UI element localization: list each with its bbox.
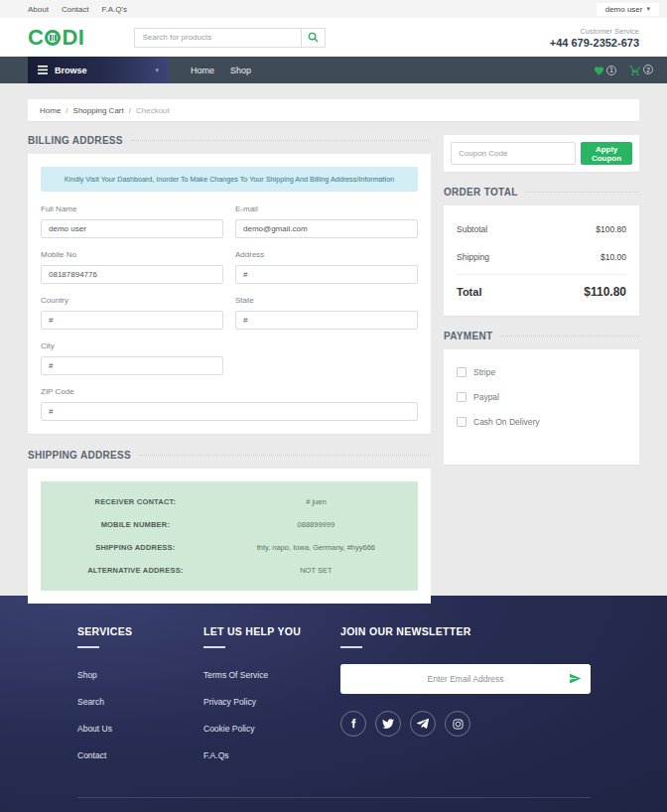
shipping-info-box: RECEIVER CONTACT: # juen MOBILE NUMBER: … [41,481,418,591]
telegram-icon[interactable] [410,711,436,737]
state-input[interactable] [235,311,418,330]
breadcrumb-separator: / [66,106,67,115]
billing-column: BILLING ADDRESS Kindly Visit Your Dashbo… [28,135,431,604]
shipping-cost-label: Shipping [457,252,489,262]
breadcrumb-shopping-cart[interactable]: Shopping Cart [73,106,124,115]
cod-checkbox[interactable] [457,417,467,427]
full-name-input[interactable] [41,219,223,238]
footer-link-terms[interactable]: Terms Of Service [203,670,268,680]
nav-link-shop[interactable]: Shop [230,66,251,75]
chevron-down-icon: ▾ [155,67,159,74]
billing-notice: Kindly Visit Your Dashboard, Inorder To … [41,167,418,192]
cart-icon [629,65,641,75]
cart-button[interactable]: 2 [629,65,653,75]
user-menu-dropdown[interactable]: demo user ▾ [597,3,659,16]
twitter-icon[interactable] [375,711,401,737]
field-city: City [41,341,223,375]
wishlist-count-badge: 1 [606,66,616,75]
heart-icon [594,66,604,75]
address-label: Address [235,250,418,259]
newsletter-heading: JOIN OUR NEWSLETTER [340,625,591,637]
social-links [340,711,591,737]
footer-link-privacy[interactable]: Privacy Policy [203,697,256,707]
alternative-address-label: ALTERNATIVE ADDRESS: [49,566,222,575]
order-column: Apply Coupon ORDER TOTAL Subtotal $100.8… [444,135,639,604]
field-email: E-mail [235,204,418,238]
breadcrumb-separator: / [129,106,131,115]
coupon-code-input[interactable] [451,142,576,165]
facebook-icon[interactable] [340,711,366,737]
state-label: State [235,296,418,305]
email-input[interactable] [235,219,418,238]
order-total-card: Subtotal $100.80 Shipping $10.00 Total $… [444,205,639,316]
field-mobile: Mobile No [41,250,223,284]
wishlist-button[interactable]: 1 [594,66,616,75]
subtotal-label: Subtotal [457,224,487,234]
payment-section-heading: PAYMENT [444,331,639,341]
nav-links: Home Shop [191,57,251,83]
cod-label: Cash On Delivery [473,417,540,427]
footer: SERVICES Shop Search About Us Contact LE… [0,596,667,812]
topbar-links: About Contact F.A.Q's [28,5,127,14]
field-country: Country [41,296,223,330]
breadcrumb-home[interactable]: Home [40,106,61,115]
search-input[interactable] [134,28,301,48]
newsletter-email-input[interactable] [340,664,591,694]
address-input[interactable] [235,265,418,284]
nav-link-home[interactable]: Home [191,66,214,75]
stripe-checkbox[interactable] [457,367,467,377]
receiver-contact-value: # juen [222,497,410,506]
country-input[interactable] [41,311,223,330]
checkout-page: About Contact F.A.Q's demo user ▾ C DI C… [0,0,667,812]
shipping-row: MOBILE NUMBER: 088899999 [49,516,410,533]
payment-option-paypal[interactable]: Paypal [457,387,626,402]
topbar-link-contact[interactable]: Contact [62,5,89,14]
footer-link-contact[interactable]: Contact [77,750,106,760]
order-total-section-heading: ORDER TOTAL [444,187,639,198]
paypal-checkbox[interactable] [457,392,467,402]
mobile-label: Mobile No [41,250,223,259]
paypal-label: Paypal [473,392,499,402]
billing-heading-text: BILLING ADDRESS [28,135,123,146]
payment-card: Stripe Paypal Cash On Delivery [444,349,639,465]
apply-coupon-button[interactable]: Apply Coupon [581,142,632,165]
mobile-input[interactable] [41,265,223,284]
customer-service-label: Customer Service [550,27,639,36]
topbar-link-about[interactable]: About [28,5,49,14]
field-address: Address [235,250,418,284]
total-label: Total [457,286,481,298]
product-search [134,28,326,48]
stripe-label: Stripe [473,367,495,377]
billing-form: Full Name E-mail Mobile No Address [41,204,418,421]
total-value: $110.80 [584,285,626,299]
hamburger-icon [38,66,48,74]
footer-link-cookie[interactable]: Cookie Policy [203,724,255,734]
city-label: City [41,341,223,350]
browse-label: Browse [55,66,87,75]
shipping-cost-value: $10.00 [600,252,626,262]
city-input[interactable] [41,356,223,375]
footer-help-column: LET US HELP YOU Terms Of Service Privacy… [203,625,340,771]
newsletter-submit-button[interactable] [569,672,582,688]
customer-service-phone: +44 679-2352-673 [550,37,639,49]
breadcrumb-current: Checkout [136,106,170,115]
site-logo[interactable]: C DI [28,25,84,51]
search-button[interactable] [301,28,326,48]
zip-input[interactable] [41,402,418,421]
topbar-link-faqs[interactable]: F.A.Q's [101,5,127,14]
shipping-row: RECEIVER CONTACT: # juen [49,493,410,510]
footer-link-shop[interactable]: Shop [77,670,97,680]
heading-dotted-line [131,140,431,141]
billing-section-heading: BILLING ADDRESS [28,135,431,146]
payment-heading-text: PAYMENT [444,331,492,341]
instagram-icon[interactable] [445,711,470,737]
shipping-address-value: thty, napo, Iowa, Germany, #hyy666 [222,543,410,552]
footer-link-search[interactable]: Search [77,697,104,707]
footer-link-faqs[interactable]: F.A.Qs [203,750,229,760]
payment-option-cod[interactable]: Cash On Delivery [457,412,626,427]
footer-link-about-us[interactable]: About Us [77,724,112,734]
browse-dropdown[interactable]: Browse ▾ [28,57,169,83]
payment-option-stripe[interactable]: Stripe [457,362,626,377]
help-heading: LET US HELP YOU [203,625,340,637]
footer-services-column: SERVICES Shop Search About Us Contact [77,625,203,771]
